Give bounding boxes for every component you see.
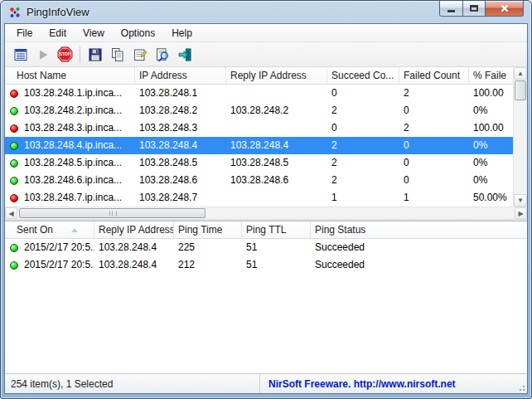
host-status-icon xyxy=(10,107,18,115)
nirsoft-link[interactable]: NirSoft Freeware. http://www.nirsoft.net xyxy=(268,378,456,390)
host-name: 103.28.248.5.ip.inca... xyxy=(24,154,122,172)
toolbar: STOP xyxy=(5,42,527,67)
stop-icon: STOP xyxy=(56,46,74,63)
exit-button[interactable] xyxy=(173,44,196,65)
column-header-host-name[interactable]: Host Name xyxy=(5,67,135,85)
copy-icon xyxy=(109,46,126,63)
hosts-table: Host Name IP Address Reply IP Address Su… xyxy=(5,67,527,219)
table-row[interactable]: 103.28.248.1.ip.inca... 103.28.248.1 0 2… xyxy=(5,85,513,102)
report-button[interactable] xyxy=(9,44,31,65)
column-header-ping-status[interactable]: Ping Status xyxy=(311,221,527,239)
reply-ip: 103.28.248.4 xyxy=(226,137,327,154)
vertical-scroll-thumb[interactable] xyxy=(515,80,526,100)
scroll-left-icon[interactable]: ◀ xyxy=(5,207,17,219)
close-button[interactable] xyxy=(486,1,524,17)
pct-failed: 0% xyxy=(469,172,513,189)
failed-count: 0 xyxy=(399,172,469,189)
sent-on: 2015/2/17 20:5... xyxy=(24,239,94,256)
copy-button[interactable] xyxy=(106,44,128,65)
succeed-count: 0 xyxy=(327,85,399,102)
menu-help[interactable]: Help xyxy=(163,25,201,41)
ping-row[interactable]: 2015/2/17 20:5... 103.28.248.4 212 51 Su… xyxy=(5,256,527,274)
ip-address: 103.28.248.7 xyxy=(135,189,226,207)
failed-count: 2 xyxy=(399,119,469,137)
table-row[interactable]: 103.28.248.2.ip.inca... 103.28.248.2 103… xyxy=(5,102,513,119)
host-name: 103.28.248.4.ip.inca... xyxy=(24,137,122,154)
horizontal-scrollbar[interactable]: ◀ ▶ xyxy=(5,207,527,219)
menu-edit[interactable]: Edit xyxy=(41,25,75,41)
column-header-ping-ttl[interactable]: Ping TTL xyxy=(242,221,311,239)
reply-ip: 103.28.248.4 xyxy=(94,239,174,256)
column-header-reply-ip[interactable]: Reply IP Address xyxy=(226,67,327,85)
table-row[interactable]: 103.28.248.5.ip.inca... 103.28.248.5 103… xyxy=(5,154,513,172)
run-button[interactable] xyxy=(31,44,54,65)
sort-ascending-icon xyxy=(71,228,78,232)
status-items-count: 254 item(s), 1 Selected xyxy=(5,374,260,393)
pct-failed: 50.00% xyxy=(469,189,513,207)
ping-status: Succeeded xyxy=(311,239,527,256)
close-icon xyxy=(501,4,509,12)
column-header-failed-count[interactable]: Failed Count xyxy=(399,67,469,85)
hosts-table-header: Host Name IP Address Reply IP Address Su… xyxy=(5,67,513,85)
reply-ip xyxy=(226,189,327,207)
table-row[interactable]: 103.28.248.3.ip.inca... 103.28.248.3 0 2… xyxy=(5,119,513,137)
column-header-sent-on[interactable]: Sent On xyxy=(5,221,94,239)
failed-count: 0 xyxy=(399,137,469,154)
ip-address: 103.28.248.4 xyxy=(135,137,226,154)
host-status-icon xyxy=(10,90,18,98)
scroll-up-icon[interactable]: ▲ xyxy=(514,67,527,80)
resize-grip-icon[interactable] xyxy=(517,383,525,392)
menu-view[interactable]: View xyxy=(75,25,113,41)
succeed-count: 2 xyxy=(327,102,399,119)
host-status-icon xyxy=(10,194,18,202)
save-button[interactable] xyxy=(84,44,106,65)
properties-icon xyxy=(132,46,148,63)
ping-row[interactable]: 2015/2/17 20:5... 103.28.248.4 225 51 Su… xyxy=(5,239,527,256)
menu-options[interactable]: Options xyxy=(113,25,163,41)
ping-time: 225 xyxy=(174,239,242,256)
succeed-count: 2 xyxy=(327,172,399,189)
ping-status-icon xyxy=(10,261,18,270)
failed-count: 0 xyxy=(399,154,469,172)
minimize-icon xyxy=(447,10,455,12)
column-header-succeed-count[interactable]: Succeed Co... xyxy=(327,67,399,85)
app-window: PingInfoView File Edit View Options Help xyxy=(0,0,532,399)
stop-button[interactable]: STOP xyxy=(54,44,76,65)
ip-address: 103.28.248.1 xyxy=(135,85,226,102)
horizontal-scroll-thumb[interactable] xyxy=(19,208,206,218)
scroll-right-icon[interactable]: ▶ xyxy=(515,207,527,219)
minimize-button[interactable] xyxy=(439,1,463,17)
vertical-scrollbar[interactable]: ▲ ▼ xyxy=(513,67,527,207)
maximize-icon xyxy=(470,5,478,12)
succeed-count: 2 xyxy=(327,154,399,172)
report-icon xyxy=(12,46,29,63)
titlebar[interactable]: PingInfoView xyxy=(1,1,531,23)
menu-bar: File Edit View Options Help xyxy=(5,24,527,42)
ip-address: 103.28.248.6 xyxy=(135,172,226,189)
host-name: 103.28.248.7.ip.inca... xyxy=(24,189,122,207)
column-header-ip-address[interactable]: IP Address xyxy=(135,67,226,85)
menu-file[interactable]: File xyxy=(8,25,41,41)
column-header-reply-ip[interactable]: Reply IP Address xyxy=(94,221,174,239)
table-row-selected[interactable]: 103.28.248.4.ip.inca... 103.28.248.4 103… xyxy=(5,137,513,154)
column-header-pct-failed[interactable]: % Faile xyxy=(469,67,513,85)
play-icon xyxy=(35,46,51,63)
pct-failed: 100.00 xyxy=(469,119,513,137)
maximize-button[interactable] xyxy=(463,1,486,17)
table-row[interactable]: 103.28.248.7.ip.inca... 103.28.248.7 1 1… xyxy=(5,189,513,207)
pct-failed: 0% xyxy=(469,102,513,119)
reply-ip: 103.28.248.2 xyxy=(226,102,327,119)
reply-ip: 103.28.248.4 xyxy=(94,256,174,274)
ping-time: 212 xyxy=(174,256,242,274)
pct-failed: 0% xyxy=(469,154,513,172)
failed-count: 1 xyxy=(399,189,469,207)
host-name: 103.28.248.1.ip.inca... xyxy=(24,85,122,102)
scroll-down-icon[interactable]: ▼ xyxy=(514,194,527,207)
save-icon xyxy=(87,46,104,63)
find-button[interactable] xyxy=(151,44,173,65)
properties-button[interactable] xyxy=(128,44,151,65)
status-right-panel: NirSoft Freeware. http://www.nirsoft.net xyxy=(260,374,527,393)
host-status-icon xyxy=(10,177,18,185)
table-row[interactable]: 103.28.248.6.ip.inca... 103.28.248.6 103… xyxy=(5,172,513,189)
column-header-ping-time[interactable]: Ping Time xyxy=(174,221,242,239)
